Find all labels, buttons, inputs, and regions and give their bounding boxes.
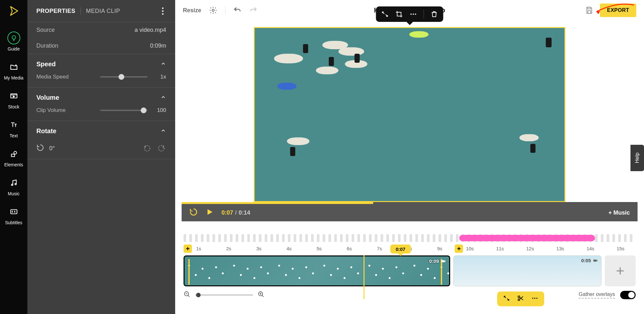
svg-rect-17 xyxy=(593,259,596,262)
ruler-tick: 13s xyxy=(545,246,575,254)
sidebar-item-text[interactable]: Text xyxy=(0,114,27,143)
svg-point-24 xyxy=(536,298,538,299)
svg-rect-11 xyxy=(588,7,591,9)
ruler-tick: 2s xyxy=(214,246,244,254)
volume-value: 100 xyxy=(153,107,166,114)
timeline-overview[interactable] xyxy=(184,234,636,242)
settings-icon[interactable] xyxy=(209,6,217,14)
more-icon[interactable] xyxy=(531,295,538,303)
add-clip-button[interactable] xyxy=(605,255,636,286)
save-icon[interactable] xyxy=(585,6,593,14)
duration-label: Duration xyxy=(36,42,58,49)
restart-button[interactable] xyxy=(189,208,198,217)
chevron-up-icon[interactable] xyxy=(160,94,166,101)
add-music-button[interactable]: + Music xyxy=(608,209,630,216)
ruler-tick: 4s xyxy=(274,246,304,254)
panel-title: PROPERTIES xyxy=(36,8,75,14)
sidebar-item-mymedia[interactable]: My Media xyxy=(0,56,27,85)
undo-button[interactable] xyxy=(233,6,242,14)
clip-2[interactable]: 0:05 xyxy=(453,255,601,286)
sidebar-item-stock[interactable]: Stock xyxy=(0,85,27,114)
rotate-left-button[interactable] xyxy=(143,144,152,153)
add-before-button[interactable]: + xyxy=(184,245,192,253)
split-toolbar xyxy=(497,291,544,306)
total-time: 0:14 xyxy=(239,209,250,216)
ruler-tick: 14s xyxy=(575,246,606,254)
time-ruler[interactable]: + 0:07 + 1s2s3s4s5s6s7s8s9s10s11s12s13s1… xyxy=(184,246,636,254)
source-label: Source xyxy=(36,27,55,33)
ruler-tick: 15s xyxy=(605,246,636,254)
replace-clip-icon[interactable] xyxy=(381,10,389,18)
volume-slider[interactable] xyxy=(100,110,147,111)
shapes-icon xyxy=(7,147,20,160)
chevron-up-icon[interactable] xyxy=(160,128,166,135)
volume-section-title: Volume xyxy=(36,94,59,101)
svg-rect-16 xyxy=(441,260,444,262)
svg-point-23 xyxy=(534,298,535,299)
delete-clip-icon[interactable] xyxy=(431,10,438,18)
svg-point-1 xyxy=(12,36,15,39)
svg-point-13 xyxy=(411,14,412,15)
zoom-in-button[interactable] xyxy=(258,291,265,299)
sidebar-item-music[interactable]: Music xyxy=(0,172,27,201)
lightbulb-icon xyxy=(7,32,20,44)
playhead[interactable]: 0:07 xyxy=(390,245,411,254)
svg-point-5 xyxy=(11,184,13,185)
redo-button[interactable] xyxy=(249,6,258,14)
current-time: 0:07 xyxy=(222,209,233,216)
playbar: 0:07/0:14 + Music xyxy=(182,204,638,221)
zoom-slider[interactable] xyxy=(195,294,253,296)
gather-overlays-label: Gather overlays xyxy=(579,291,615,299)
speed-label: Media Speed xyxy=(36,74,94,80)
volume-label: Clip Volume xyxy=(36,107,94,114)
rotate-section-title: Rotate xyxy=(36,127,56,135)
play-button[interactable] xyxy=(205,208,214,217)
svg-point-3 xyxy=(14,151,17,154)
clip-1[interactable]: 0:09 xyxy=(184,255,450,286)
sidebar-item-guide[interactable]: Guide xyxy=(0,27,27,56)
ruler-tick: 5s xyxy=(304,246,334,254)
video-preview[interactable] xyxy=(254,27,565,202)
svg-point-6 xyxy=(15,183,16,185)
crop-icon[interactable] xyxy=(395,10,403,18)
app-logo[interactable] xyxy=(7,5,20,17)
svg-rect-12 xyxy=(588,11,591,14)
sidebar-item-subtitles[interactable]: Subtitles xyxy=(0,201,27,230)
zoom-out-button[interactable] xyxy=(184,291,191,299)
music-icon xyxy=(7,176,20,189)
sidebar-item-elements[interactable]: Elements xyxy=(0,143,27,172)
add-after-button[interactable]: + xyxy=(455,245,463,253)
speed-slider[interactable] xyxy=(100,76,147,78)
resize-button[interactable]: Resize xyxy=(183,7,201,14)
timeline-cursor xyxy=(364,255,365,299)
ruler-tick: 12s xyxy=(515,246,545,254)
split-icon[interactable] xyxy=(517,295,524,303)
svg-point-15 xyxy=(415,14,416,15)
clip-2-duration: 0:05 xyxy=(581,258,591,263)
export-button[interactable]: EXPORT xyxy=(600,4,636,17)
chevron-up-icon[interactable] xyxy=(160,61,166,68)
clip-1-duration: 0:09 xyxy=(429,258,439,264)
svg-point-14 xyxy=(413,14,414,15)
svg-rect-7 xyxy=(11,210,17,214)
cc-icon xyxy=(7,205,20,218)
more-options-icon[interactable] xyxy=(410,10,417,18)
help-button[interactable]: Help xyxy=(630,145,644,171)
rotate-reset-icon[interactable] xyxy=(36,144,44,153)
ruler-tick: 11s xyxy=(485,246,515,254)
panel-more-button[interactable] xyxy=(159,7,166,15)
speed-value: 1x xyxy=(153,74,166,80)
rotate-right-button[interactable] xyxy=(157,144,166,153)
folder-plus-icon xyxy=(7,60,20,73)
left-sidebar: Guide My Media Stock Text Elements Music… xyxy=(0,0,27,314)
svg-rect-4 xyxy=(11,154,14,157)
panel-subtitle: MEDIA CLIP xyxy=(86,8,120,14)
clip-context-toolbar xyxy=(376,6,443,22)
timeline-footer: Gather overlays xyxy=(175,286,644,304)
video-icon xyxy=(593,258,598,263)
gather-overlays-toggle[interactable] xyxy=(620,291,636,299)
swap-clip-icon[interactable] xyxy=(503,295,510,303)
ruler-tick: 3s xyxy=(244,246,274,254)
svg-marker-0 xyxy=(10,6,17,15)
trim-handle-left[interactable] xyxy=(188,259,194,285)
